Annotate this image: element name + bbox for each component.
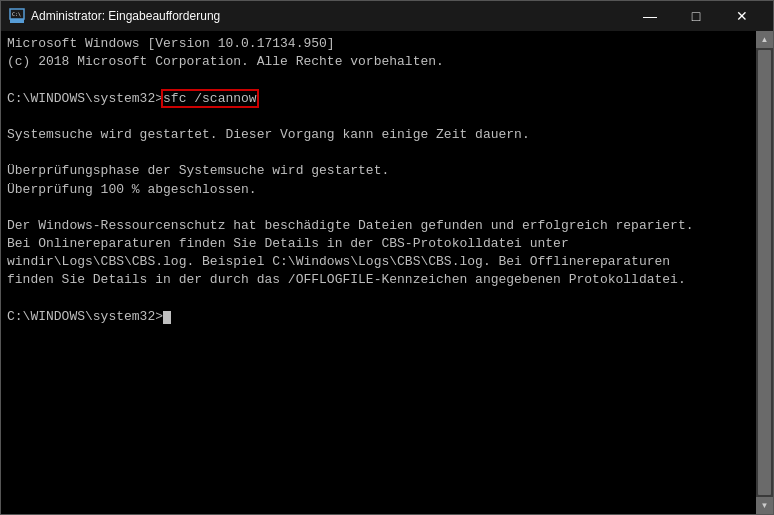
titlebar: C:\ Administrator: Eingabeaufforderung —… (1, 1, 773, 31)
command-highlight: sfc /scannow (163, 91, 257, 106)
terminal-content: Microsoft Windows [Version 10.0.17134.95… (1, 31, 773, 514)
scrollbar[interactable]: ▲ ▼ (756, 31, 773, 514)
line-9: Überprüfung 100 % abgeschlossen. (7, 181, 750, 199)
line-4: C:\WINDOWS\system32>sfc /scannow (7, 90, 750, 108)
minimize-button[interactable]: — (627, 1, 673, 31)
window: C:\ Administrator: Eingabeaufforderung —… (0, 0, 774, 515)
line-10 (7, 199, 750, 217)
scroll-up-button[interactable]: ▲ (756, 31, 773, 48)
line-13: windir\Logs\CBS\CBS.log. Beispiel C:\Win… (7, 253, 750, 271)
app-icon: C:\ (9, 8, 25, 24)
line-2: (c) 2018 Microsoft Corporation. Alle Rec… (7, 53, 750, 71)
window-title: Administrator: Eingabeaufforderung (31, 9, 627, 23)
line-15 (7, 290, 750, 308)
line-11: Der Windows-Ressourcenschutz hat beschäd… (7, 217, 750, 235)
terminal[interactable]: Microsoft Windows [Version 10.0.17134.95… (1, 31, 756, 514)
line-6: Systemsuche wird gestartet. Dieser Vorga… (7, 126, 750, 144)
maximize-button[interactable]: □ (673, 1, 719, 31)
line-16: C:\WINDOWS\system32> (7, 308, 750, 326)
line-8: Überprüfungsphase der Systemsuche wird g… (7, 162, 750, 180)
scrollbar-thumb[interactable] (758, 50, 771, 495)
line-14: finden Sie Details in der durch das /OFF… (7, 271, 750, 289)
line-1: Microsoft Windows [Version 10.0.17134.95… (7, 35, 750, 53)
window-controls: — □ ✕ (627, 1, 765, 31)
line-3 (7, 71, 750, 89)
svg-rect-1 (10, 19, 24, 23)
svg-text:C:\: C:\ (12, 11, 21, 17)
scroll-down-button[interactable]: ▼ (756, 497, 773, 514)
close-button[interactable]: ✕ (719, 1, 765, 31)
line-5 (7, 108, 750, 126)
line-7 (7, 144, 750, 162)
cursor (163, 311, 171, 324)
line-12: Bei Onlinereparaturen finden Sie Details… (7, 235, 750, 253)
